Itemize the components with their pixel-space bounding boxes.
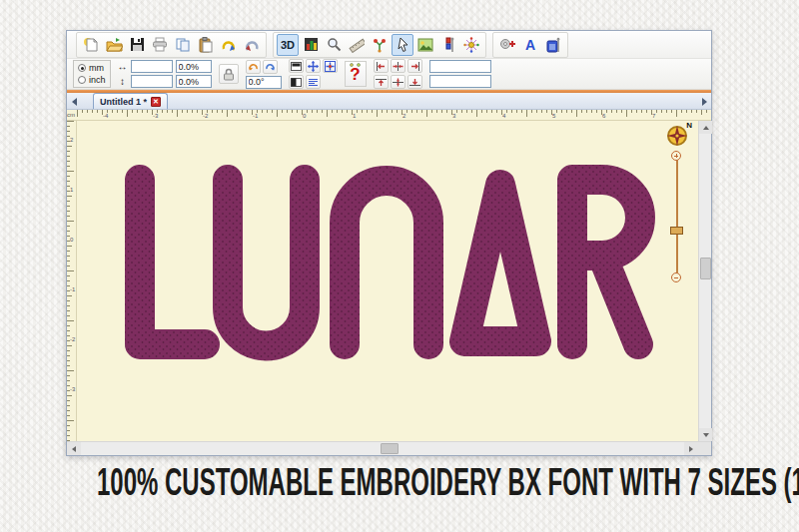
align-center-h-icon [393,62,403,71]
print-button[interactable] [149,34,171,56]
position-x-input[interactable] [429,60,491,73]
position-y-input[interactable] [429,75,491,88]
thread-palette-button[interactable] [437,34,459,56]
align-bottom-icon [409,78,420,87]
stitch-edit-mesh-button[interactable] [460,34,482,56]
show-outline-button[interactable] [289,59,304,73]
scroll-up-button[interactable] [699,121,712,134]
zoom-in-icon[interactable] [671,151,681,161]
lunar-embroidery-design[interactable] [123,163,658,362]
stitch-list-button[interactable] [306,75,321,89]
rotation-input[interactable] [246,76,282,89]
center-design-button[interactable] [306,59,321,73]
rotate-cw-button[interactable] [263,60,278,74]
chevron-left-icon [72,98,77,106]
paste-button[interactable] [195,34,217,56]
align-top-button[interactable] [374,75,389,89]
lettering-button[interactable]: A [519,34,541,56]
mesh-star-icon [463,37,479,53]
redo-color-button[interactable] [218,34,240,56]
horizontal-scroll-track[interactable] [81,442,684,455]
merge-designs-button[interactable] [496,34,518,56]
help-question-icon: ? [350,66,360,83]
vertical-scrollbar[interactable] [698,121,711,441]
width-input[interactable] [131,60,173,73]
aspect-lock-button[interactable] [219,64,239,84]
needle-import-button[interactable] [542,34,564,56]
lettering-tool-group: A [492,32,568,58]
new-document-icon [83,37,99,53]
rotate-ccw-button[interactable] [246,60,261,74]
ruler-unit-label: cm [67,110,77,120]
stitch-points-button[interactable] [369,34,391,56]
align-left-button[interactable] [374,59,389,73]
rotate-cw-icon [265,61,276,72]
tab-scroll-left-button[interactable] [67,95,81,109]
position-fields-group [429,60,491,88]
align-top-icon [376,78,387,87]
document-tab-bar: Untitled 1 * ✕ [67,93,711,110]
unit-option-mm[interactable]: mm [78,62,106,74]
properties-toolbar: mm inch ↔ ↕ [67,59,711,90]
undo-arrow-icon [244,37,260,53]
rotate-group [246,60,282,89]
align-center-h-button[interactable] [391,59,405,73]
outline-icon [291,62,302,71]
tab-label: Untitled 1 * [100,97,147,107]
tab-close-button[interactable]: ✕ [151,97,161,107]
measure-tool-button[interactable] [346,34,368,56]
help-button[interactable]: ? [345,61,367,87]
save-button[interactable] [126,34,148,56]
copy-button[interactable] [172,34,194,56]
contrast-view-button[interactable] [289,75,304,89]
image-icon [417,38,433,52]
letter-U [228,180,305,345]
scroll-down-button[interactable] [699,428,712,441]
zoom-slider-track[interactable] [676,157,678,276]
zoom-slider-handle[interactable] [670,227,683,235]
zoom-slider[interactable] [670,151,684,282]
object-properties-button[interactable] [414,34,436,56]
unit-option-inch[interactable]: inch [78,74,106,86]
undo-color-button[interactable] [241,34,263,56]
align-right-button[interactable] [407,59,422,73]
scroll-right-button[interactable] [684,442,698,455]
height-scale-input[interactable] [176,75,212,88]
horizontal-scroll-thumb[interactable] [381,443,399,454]
thread-chart-button[interactable] [300,34,322,56]
compass-north-label: N [686,121,692,130]
height-input[interactable] [131,75,173,88]
fit-hoop-button[interactable] [323,59,338,73]
copy-icon [175,37,191,53]
needle-file-icon [546,37,561,53]
horizontal-ruler: -4-3-2-101234567 [77,110,711,120]
inch-radio[interactable] [78,76,86,84]
design-canvas[interactable]: N [77,121,698,441]
open-design-button[interactable] [103,34,125,56]
thread-chart-icon [304,37,319,52]
mm-radio[interactable] [78,64,86,72]
scrollbar-corner [698,442,711,455]
align-center-v-button[interactable] [391,75,405,89]
vertical-scroll-thumb[interactable] [700,258,711,279]
width-scale-input[interactable] [176,60,212,73]
align-bottom-button[interactable] [407,75,422,89]
select-tool-button[interactable] [392,34,413,56]
scroll-left-button[interactable] [67,442,81,455]
view-3d-button[interactable]: 3D [277,34,299,56]
new-document-button[interactable] [80,34,102,56]
zoom-tool-button[interactable] [323,34,345,56]
align-right-icon [409,62,420,71]
magnifier-icon [327,37,342,52]
mm-label: mm [89,63,104,73]
file-tool-group [76,32,267,58]
inch-label: inch [89,75,106,85]
horizontal-scrollbar[interactable] [67,441,711,455]
tab-scroll-right-button[interactable] [697,95,711,109]
letter-N [345,181,428,344]
padlock-icon [223,68,235,81]
zoom-out-icon[interactable] [671,272,681,282]
arrow-right-icon [689,446,693,452]
list-lines-icon [308,78,319,87]
tab-untitled-1[interactable]: Untitled 1 * ✕ [93,93,168,109]
